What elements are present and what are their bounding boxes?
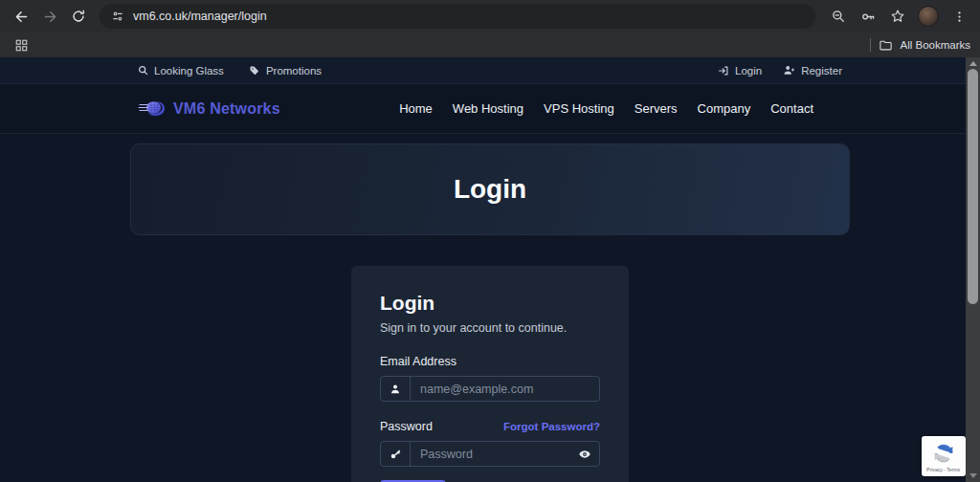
login-card-subtitle: Sign in to your account to continue. [380,321,600,335]
topbar-item-looking-glass[interactable]: Looking Glass [138,65,224,77]
apps-grid-icon [14,38,29,53]
tag-icon [249,65,260,77]
zoom-button[interactable] [825,3,852,30]
email-input-group [380,376,600,402]
vm6-logo-icon [138,98,167,120]
scrollbar-up-arrow[interactable] [969,61,977,66]
reload-icon [71,9,86,24]
sign-in-icon [718,65,729,77]
recaptcha-privacy-terms[interactable]: Privacy - Terms [926,467,960,471]
topbar-item-login[interactable]: Login [718,65,762,77]
promotions-label: Promotions [266,65,322,77]
topbar-login-label: Login [735,65,762,77]
hero-banner: Login [130,143,850,235]
login-card: Login Sign in to your account to continu… [351,266,629,482]
topbar-item-promotions[interactable]: Promotions [249,65,322,77]
browser-window: vm6.co.uk/manager/login [0,0,980,482]
key-icon [390,448,402,460]
forward-icon [42,9,58,25]
brand-name: VM6 Networks [173,100,280,118]
eye-icon [578,448,591,461]
apps-grid-button[interactable] [10,34,33,55]
recaptcha-icon [931,441,956,466]
search-icon [138,65,148,76]
page-title: Login [454,174,526,205]
password-input[interactable] [411,442,570,466]
nav-link-servers[interactable]: Servers [635,101,678,116]
password-label: Password [380,420,433,433]
password-manager-button[interactable] [855,3,881,30]
nav-link-contact[interactable]: Contact [770,101,813,116]
site-navbar: VM6 Networks Home Web Hosting VPS Hostin… [0,84,980,134]
all-bookmarks-label: All Bookmarks [901,39,971,51]
looking-glass-label: Looking Glass [154,65,224,77]
scrollbar-down-arrow[interactable] [969,473,977,478]
kebab-menu-icon [952,10,967,24]
recaptcha-badge[interactable]: Privacy - Terms [922,436,966,476]
forward-button[interactable] [36,3,63,30]
url-text: vm6.co.uk/manager/login [133,10,267,23]
email-label: Email Address [380,355,600,368]
reload-button[interactable] [65,3,92,30]
star-icon [890,9,905,24]
bookmark-button[interactable] [884,3,911,30]
main-nav: Home Web Hosting VPS Hosting Servers Com… [399,101,842,116]
nav-link-web-hosting[interactable]: Web Hosting [453,101,523,116]
key-icon [860,9,877,25]
url-bar[interactable]: vm6.co.uk/manager/login [100,4,815,29]
nav-link-company[interactable]: Company [698,101,751,116]
zoom-out-icon [831,9,846,24]
toggle-password-visibility-button[interactable] [570,442,599,466]
site-topbar: Looking Glass Promotions Login [0,57,980,84]
all-bookmarks-button[interactable]: All Bookmarks [870,38,971,53]
bookmarks-separator [870,38,871,52]
nav-link-vps-hosting[interactable]: VPS Hosting [544,101,614,116]
email-input[interactable] [411,377,599,401]
bookmarks-bar: All Bookmarks [0,33,980,57]
tune-icon[interactable] [111,10,124,23]
page-scrollbar[interactable] [966,57,980,482]
password-addon [381,442,411,466]
scrollbar-thumb[interactable] [968,69,978,304]
back-icon [13,9,30,25]
password-input-group [380,441,600,467]
page-viewport: Looking Glass Promotions Login [0,57,980,482]
person-add-icon [783,64,795,77]
nav-link-home[interactable]: Home [399,101,433,116]
email-addon [381,377,411,401]
back-button[interactable] [8,3,34,30]
profile-avatar[interactable] [918,6,939,27]
browser-toolbar: vm6.co.uk/manager/login [0,0,980,33]
folder-icon [879,38,893,53]
brand-logo[interactable]: VM6 Networks [138,98,280,120]
topbar-item-register[interactable]: Register [783,64,842,77]
forgot-password-link[interactable]: Forgot Password? [503,421,600,432]
topbar-register-label: Register [801,65,842,77]
login-card-title: Login [380,292,600,315]
person-icon [390,383,401,395]
browser-menu-button[interactable] [946,3,972,30]
